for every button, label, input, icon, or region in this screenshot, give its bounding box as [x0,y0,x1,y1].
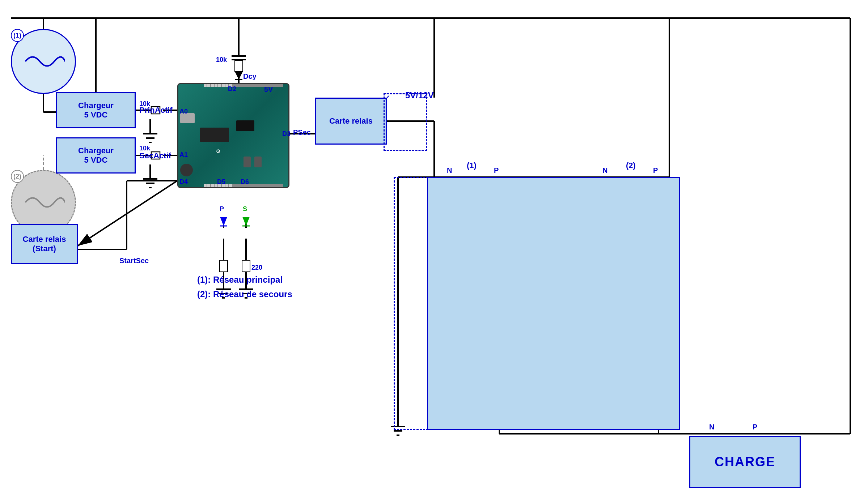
resistor-220-label: 220 [251,264,262,271]
resistor-10k-top: 10k [216,56,227,64]
svg-rect-91 [242,260,250,272]
svg-marker-88 [242,217,250,226]
legend-1: (1): Réseau principal [197,275,283,285]
p-label-1-top: P [494,166,499,175]
charge-box: CHARGE [689,436,801,488]
led-s-label: S [243,205,247,213]
pin-d5: D5 [217,178,225,186]
arduino-board: ⊙ [177,83,289,188]
relay-dashed-box [384,93,427,151]
ac-source-2-label: (2) [11,170,24,183]
carte-relais-start: Carte relais(Start) [11,224,78,264]
svg-rect-62 [235,61,243,72]
psec-label: PSec [293,128,311,137]
pin-d3: D3 [282,130,291,138]
start-sec-label: StartSec [119,257,149,265]
pin-a1: A1 [179,151,188,159]
circuit-diagram: (1) PrinActif ~220 Chargeur5 VDC PrinAct… [0,0,868,488]
carte-relais-top: Carte relais [315,98,387,145]
resistor-10k-2: 10k [139,145,150,152]
pin-5v: 5V [264,85,273,94]
charger-2: Chargeur5 VDC [56,137,136,174]
charger-1: Chargeur5 VDC [56,92,136,128]
sec-actif-label: SecActif [139,151,171,160]
network-2-transfer-label: (2) [626,161,636,170]
p-label-bottom: P [753,423,757,431]
resistor-10k-1: 10k [139,100,150,108]
n-label-2-top: N [602,166,607,175]
svg-line-47 [78,181,177,246]
ac-source-1-label: (1) [11,29,24,42]
n-label-1-top: N [447,166,452,175]
voltage-5v-12v: 5V/12V [405,90,434,100]
svg-marker-60 [235,72,242,80]
transfer-switch-box [427,177,680,430]
led-p-label: P [220,205,224,213]
p-label-2-top: P [653,166,658,175]
svg-marker-86 [220,217,227,226]
dcy-label: Dcy [243,72,257,81]
svg-rect-90 [220,260,228,272]
pin-d4: D4 [179,178,188,186]
legend-2: (2): Réseau de secours [197,289,292,299]
pin-d6: D6 [241,178,249,186]
pin-d2: D2 [228,85,236,93]
network-1-transfer-label: (1) [467,161,477,170]
pin-a0: A0 [179,108,188,115]
n-label-bottom: N [709,423,714,431]
